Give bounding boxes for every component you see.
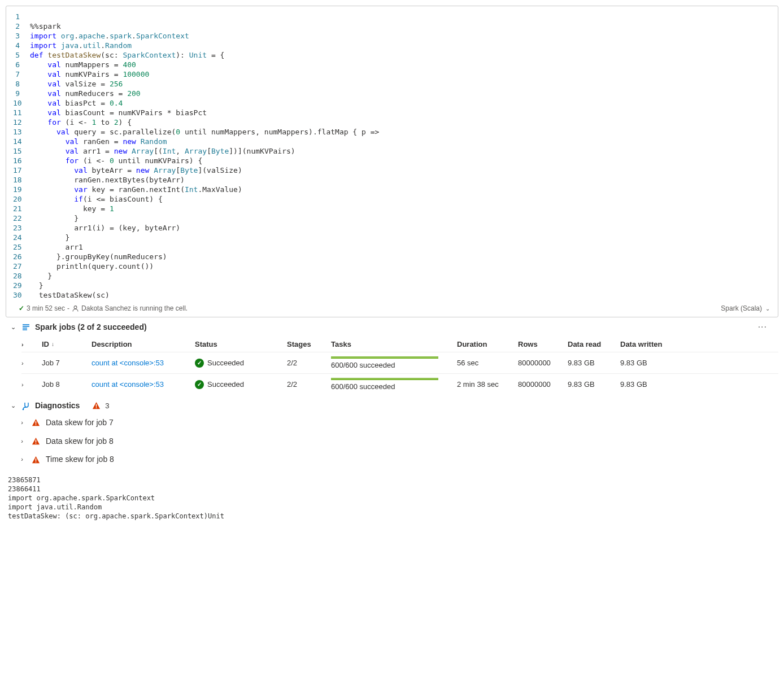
kernel-selector[interactable]: Spark (Scala) ⌄ — [721, 304, 770, 312]
code-line: 15 val arr1 = new Array[(Int, Array[Byte… — [13, 146, 771, 156]
job-duration: 2 min 38 sec — [457, 380, 513, 389]
cell-duration: 3 min 52 sec — [27, 304, 65, 312]
expand-row-icon[interactable]: › — [21, 360, 24, 367]
expand-diag-icon[interactable]: › — [18, 438, 26, 444]
code-line: 2%%spark — [13, 21, 771, 31]
code-text — [30, 12, 771, 21]
diagnostic-item[interactable]: ›Data skew for job 8 — [6, 431, 778, 450]
code-text: val numReducers = 200 — [30, 89, 771, 98]
diagnostic-item[interactable]: ›Time skew for job 8 — [6, 450, 778, 469]
col-duration[interactable]: Duration — [457, 340, 513, 348]
code-line: 7 val numKVPairs = 100000 — [13, 69, 771, 79]
col-tasks[interactable]: Tasks — [331, 340, 452, 348]
code-text: key = 1 — [30, 204, 771, 213]
diagnostic-item[interactable]: ›Data skew for job 7 — [6, 413, 778, 431]
col-data-written[interactable]: Data written — [620, 340, 671, 348]
line-number: 11 — [13, 108, 30, 117]
code-text: def testDataSkew(sc: SparkContext): Unit… — [30, 50, 771, 60]
diagnostic-text: Time skew for job 8 — [46, 455, 114, 464]
job-stages: 2/2 — [287, 359, 326, 367]
toggle-diagnostics-icon[interactable]: ⌄ — [9, 402, 17, 409]
code-text: }.groupByKey(numReducers) — [30, 252, 771, 261]
col-id[interactable]: ID ↓ — [42, 340, 87, 348]
job-tasks: 600/600 succeeded — [331, 378, 452, 391]
line-number: 14 — [13, 137, 30, 146]
line-number: 2 — [13, 21, 30, 31]
col-stages[interactable]: Stages — [287, 340, 326, 348]
spark-jobs-header: ⌄ Spark jobs (2 of 2 succeeded) ··· — [6, 317, 778, 337]
code-text: } — [30, 271, 771, 281]
code-line: 14 val ranGen = new Random — [13, 137, 771, 146]
code-text: val query = sc.parallelize(0 until numMa… — [30, 127, 771, 137]
expand-diag-icon[interactable]: › — [18, 456, 26, 463]
code-text: arr1 — [30, 242, 771, 252]
col-description[interactable]: Description — [92, 340, 190, 348]
runner-text: Dakota Sanchez is running the cell. — [81, 304, 188, 312]
line-number: 17 — [13, 165, 30, 175]
svg-rect-6 — [36, 440, 37, 443]
job-description-link[interactable]: count at <console>:53 — [92, 359, 190, 367]
code-text: val numKVPairs = 100000 — [30, 69, 771, 79]
expand-diag-icon[interactable]: › — [18, 419, 26, 426]
col-data-read[interactable]: Data read — [568, 340, 616, 348]
person-icon — [72, 304, 79, 312]
line-number: 26 — [13, 252, 30, 261]
code-text: if(i <= biasCount) { — [30, 194, 771, 204]
expand-all-icon[interactable]: › — [21, 341, 24, 348]
diagnostics-title: Diagnostics — [35, 401, 80, 410]
job-data-written: 9.83 GB — [620, 359, 671, 367]
job-stages: 2/2 — [287, 380, 326, 389]
svg-rect-7 — [36, 443, 37, 444]
code-line: 28 } — [13, 271, 771, 281]
code-text: println(query.count()) — [30, 261, 771, 271]
code-line: 25 arr1 — [13, 242, 771, 252]
task-progress-bar — [331, 356, 438, 359]
line-number: 8 — [13, 79, 30, 89]
job-rows-count: 80000000 — [518, 359, 563, 367]
expand-row-icon[interactable]: › — [21, 381, 24, 388]
col-rows[interactable]: Rows — [518, 340, 563, 348]
spark-jobs-title: Spark jobs (2 of 2 succeeded) — [35, 322, 147, 331]
col-status[interactable]: Status — [195, 340, 282, 348]
code-text: val biasPct = 0.4 — [30, 98, 771, 108]
success-icon: ✓ — [195, 359, 204, 368]
code-text: } — [30, 213, 771, 223]
chevron-down-icon: ⌄ — [765, 306, 770, 312]
warning-icon — [32, 436, 40, 446]
job-data-read: 9.83 GB — [568, 380, 616, 389]
code-text: val numMappers = 400 — [30, 60, 771, 69]
job-rows-count: 80000000 — [518, 380, 563, 389]
code-text: val byteArr = new Array[Byte](valSize) — [30, 165, 771, 175]
code-line: 23 arr1(i) = (key, byteArr) — [13, 223, 771, 233]
diagnostics-count: 3 — [105, 402, 109, 410]
spark-jobs-icon — [21, 322, 31, 332]
code-editor[interactable]: 12%%spark3import org.apache.spark.SparkC… — [13, 12, 771, 300]
code-text: } — [30, 233, 771, 242]
code-line: 6 val numMappers = 400 — [13, 60, 771, 69]
job-row: ›Job 7count at <console>:53✓Succeeded2/2… — [21, 352, 778, 373]
line-number: 21 — [13, 204, 30, 213]
code-line: 20 if(i <= biasCount) { — [13, 194, 771, 204]
jobs-table: › ID ↓ Description Status Stages Tasks D… — [6, 337, 778, 395]
line-number: 6 — [13, 60, 30, 69]
code-text: val arr1 = new Array[(Int, Array[Byte])]… — [30, 146, 771, 156]
toggle-jobs-icon[interactable]: ⌄ — [9, 324, 17, 331]
warning-icon — [92, 401, 101, 410]
status-bar: ✓ 3 min 52 sec - Dakota Sanchez is runni… — [13, 300, 771, 315]
diagnostics-header: ⌄ Diagnostics 3 — [6, 395, 778, 413]
job-description-link[interactable]: count at <console>:53 — [92, 380, 190, 389]
code-line: 11 val biasCount = numKVPairs * biasPct — [13, 108, 771, 117]
code-text: %%spark — [30, 21, 771, 31]
svg-rect-2 — [96, 404, 97, 407]
line-number: 5 — [13, 50, 30, 60]
more-icon[interactable]: ··· — [758, 322, 775, 332]
code-text: testDataSkew(sc) — [30, 290, 771, 300]
success-icon: ✓ — [195, 380, 204, 389]
line-number: 3 — [13, 31, 30, 41]
line-number: 1 — [13, 12, 30, 21]
cell-output: 23865871 23866411 import org.apache.spar… — [6, 469, 778, 527]
code-text: var key = ranGen.nextInt(Int.MaxValue) — [30, 185, 771, 194]
code-text: import java.util.Random — [30, 41, 771, 50]
code-line: 26 }.groupByKey(numReducers) — [13, 252, 771, 261]
line-number: 10 — [13, 98, 30, 108]
